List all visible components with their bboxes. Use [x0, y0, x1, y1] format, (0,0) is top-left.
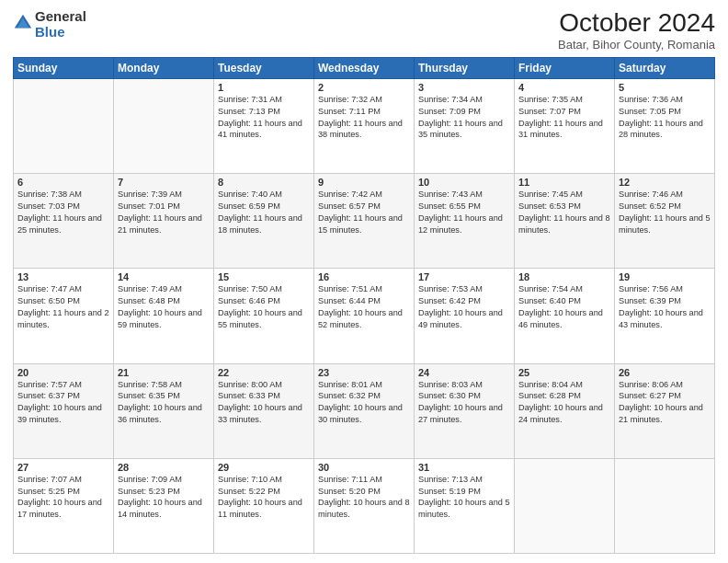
calendar-cell: 9Sunrise: 7:42 AMSunset: 6:57 PMDaylight… — [314, 174, 415, 269]
day-info: Sunrise: 7:42 AMSunset: 6:57 PMDaylight:… — [318, 190, 403, 235]
day-number: 10 — [418, 177, 510, 188]
day-number: 12 — [619, 177, 711, 188]
day-info: Sunrise: 8:04 AMSunset: 6:28 PMDaylight:… — [518, 380, 603, 425]
calendar-cell: 12Sunrise: 7:46 AMSunset: 6:52 PMDayligh… — [615, 174, 715, 269]
day-info: Sunrise: 7:31 AMSunset: 7:13 PMDaylight:… — [218, 95, 302, 140]
col-sunday: Sunday — [14, 57, 114, 78]
calendar-cell: 6Sunrise: 7:38 AMSunset: 7:03 PMDaylight… — [14, 174, 114, 269]
day-info: Sunrise: 7:13 AMSunset: 5:19 PMDaylight:… — [418, 475, 510, 520]
day-info: Sunrise: 7:47 AMSunset: 6:50 PMDaylight:… — [17, 284, 109, 329]
calendar-table: Sunday Monday Tuesday Wednesday Thursday… — [13, 57, 715, 554]
day-number: 2 — [318, 82, 410, 93]
logo-general: General — [35, 9, 86, 25]
col-monday: Monday — [114, 57, 214, 78]
day-info: Sunrise: 7:11 AMSunset: 5:20 PMDaylight:… — [318, 475, 410, 520]
day-info: Sunrise: 7:50 AMSunset: 6:46 PMDaylight:… — [218, 284, 302, 329]
calendar-cell: 14Sunrise: 7:49 AMSunset: 6:48 PMDayligh… — [114, 269, 214, 363]
calendar-cell: 21Sunrise: 7:58 AMSunset: 6:35 PMDayligh… — [114, 363, 214, 458]
calendar-cell: 2Sunrise: 7:32 AMSunset: 7:11 PMDaylight… — [314, 78, 415, 173]
day-info: Sunrise: 7:51 AMSunset: 6:44 PMDaylight:… — [318, 284, 403, 329]
title-block: October 2024 Batar, Bihor County, Romani… — [558, 9, 715, 52]
col-tuesday: Tuesday — [214, 57, 314, 78]
calendar-cell: 24Sunrise: 8:03 AMSunset: 6:30 PMDayligh… — [415, 363, 515, 458]
calendar-week-3: 13Sunrise: 7:47 AMSunset: 6:50 PMDayligh… — [14, 269, 715, 363]
col-wednesday: Wednesday — [314, 57, 415, 78]
day-number: 3 — [418, 82, 510, 93]
day-number: 11 — [518, 177, 610, 188]
day-number: 8 — [218, 177, 310, 188]
calendar-cell: 4Sunrise: 7:35 AMSunset: 7:07 PMDaylight… — [515, 78, 615, 173]
day-number: 4 — [518, 82, 610, 93]
day-number: 24 — [418, 367, 510, 378]
col-friday: Friday — [515, 57, 615, 78]
day-info: Sunrise: 8:03 AMSunset: 6:30 PMDaylight:… — [418, 380, 503, 425]
calendar-cell: 18Sunrise: 7:54 AMSunset: 6:40 PMDayligh… — [515, 269, 615, 363]
calendar-cell — [14, 78, 114, 173]
calendar-cell: 8Sunrise: 7:40 AMSunset: 6:59 PMDaylight… — [214, 174, 314, 269]
day-number: 29 — [218, 462, 310, 473]
day-info: Sunrise: 7:46 AMSunset: 6:52 PMDaylight:… — [619, 190, 711, 235]
day-number: 26 — [619, 367, 711, 378]
day-number: 7 — [118, 177, 210, 188]
day-number: 22 — [218, 367, 310, 378]
day-info: Sunrise: 7:58 AMSunset: 6:35 PMDaylight:… — [118, 380, 202, 425]
day-info: Sunrise: 7:09 AMSunset: 5:23 PMDaylight:… — [118, 475, 202, 520]
calendar-cell: 1Sunrise: 7:31 AMSunset: 7:13 PMDaylight… — [214, 78, 314, 173]
calendar-header-row: Sunday Monday Tuesday Wednesday Thursday… — [14, 57, 715, 78]
calendar-cell: 3Sunrise: 7:34 AMSunset: 7:09 PMDaylight… — [415, 78, 515, 173]
day-info: Sunrise: 7:45 AMSunset: 6:53 PMDaylight:… — [518, 190, 610, 235]
day-number: 17 — [418, 271, 510, 282]
calendar-week-1: 1Sunrise: 7:31 AMSunset: 7:13 PMDaylight… — [14, 78, 715, 173]
day-info: Sunrise: 7:54 AMSunset: 6:40 PMDaylight:… — [518, 284, 603, 329]
day-info: Sunrise: 7:39 AMSunset: 7:01 PMDaylight:… — [118, 190, 202, 235]
calendar-cell: 28Sunrise: 7:09 AMSunset: 5:23 PMDayligh… — [114, 458, 214, 553]
header: General Blue October 2024 Batar, Bihor C… — [13, 9, 715, 52]
day-info: Sunrise: 8:00 AMSunset: 6:33 PMDaylight:… — [218, 380, 302, 425]
calendar-week-4: 20Sunrise: 7:57 AMSunset: 6:37 PMDayligh… — [14, 363, 715, 458]
subtitle: Batar, Bihor County, Romania — [558, 38, 715, 52]
day-info: Sunrise: 7:07 AMSunset: 5:25 PMDaylight:… — [17, 475, 102, 520]
day-info: Sunrise: 7:38 AMSunset: 7:03 PMDaylight:… — [17, 190, 102, 235]
day-number: 5 — [619, 82, 711, 93]
calendar-cell: 25Sunrise: 8:04 AMSunset: 6:28 PMDayligh… — [515, 363, 615, 458]
day-number: 16 — [318, 271, 410, 282]
day-number: 25 — [518, 367, 610, 378]
calendar-cell: 23Sunrise: 8:01 AMSunset: 6:32 PMDayligh… — [314, 363, 415, 458]
day-info: Sunrise: 7:43 AMSunset: 6:55 PMDaylight:… — [418, 190, 503, 235]
day-number: 13 — [17, 271, 109, 282]
day-number: 9 — [318, 177, 410, 188]
calendar-week-2: 6Sunrise: 7:38 AMSunset: 7:03 PMDaylight… — [14, 174, 715, 269]
calendar-cell: 17Sunrise: 7:53 AMSunset: 6:42 PMDayligh… — [415, 269, 515, 363]
page: General Blue October 2024 Batar, Bihor C… — [0, 0, 728, 563]
calendar-cell: 10Sunrise: 7:43 AMSunset: 6:55 PMDayligh… — [415, 174, 515, 269]
calendar-cell: 26Sunrise: 8:06 AMSunset: 6:27 PMDayligh… — [615, 363, 715, 458]
day-info: Sunrise: 7:56 AMSunset: 6:39 PMDaylight:… — [619, 284, 703, 329]
day-number: 14 — [118, 271, 210, 282]
logo: General Blue — [13, 9, 86, 40]
day-info: Sunrise: 7:32 AMSunset: 7:11 PMDaylight:… — [318, 95, 403, 140]
day-info: Sunrise: 8:01 AMSunset: 6:32 PMDaylight:… — [318, 380, 403, 425]
day-number: 19 — [619, 271, 711, 282]
day-number: 18 — [518, 271, 610, 282]
day-info: Sunrise: 7:57 AMSunset: 6:37 PMDaylight:… — [17, 380, 102, 425]
day-number: 31 — [418, 462, 510, 473]
logo-icon — [13, 13, 33, 33]
day-number: 6 — [17, 177, 109, 188]
calendar-cell: 13Sunrise: 7:47 AMSunset: 6:50 PMDayligh… — [14, 269, 114, 363]
calendar-cell: 15Sunrise: 7:50 AMSunset: 6:46 PMDayligh… — [214, 269, 314, 363]
col-thursday: Thursday — [415, 57, 515, 78]
calendar-cell: 30Sunrise: 7:11 AMSunset: 5:20 PMDayligh… — [314, 458, 415, 553]
col-saturday: Saturday — [615, 57, 715, 78]
day-number: 20 — [17, 367, 109, 378]
day-info: Sunrise: 7:49 AMSunset: 6:48 PMDaylight:… — [118, 284, 202, 329]
calendar-cell: 19Sunrise: 7:56 AMSunset: 6:39 PMDayligh… — [615, 269, 715, 363]
main-title: October 2024 — [558, 9, 715, 38]
day-info: Sunrise: 8:06 AMSunset: 6:27 PMDaylight:… — [619, 380, 703, 425]
calendar-cell — [615, 458, 715, 553]
calendar-cell — [515, 458, 615, 553]
day-number: 27 — [17, 462, 109, 473]
day-info: Sunrise: 7:34 AMSunset: 7:09 PMDaylight:… — [418, 95, 503, 140]
calendar-cell: 5Sunrise: 7:36 AMSunset: 7:05 PMDaylight… — [615, 78, 715, 173]
calendar-cell: 7Sunrise: 7:39 AMSunset: 7:01 PMDaylight… — [114, 174, 214, 269]
calendar-cell: 22Sunrise: 8:00 AMSunset: 6:33 PMDayligh… — [214, 363, 314, 458]
